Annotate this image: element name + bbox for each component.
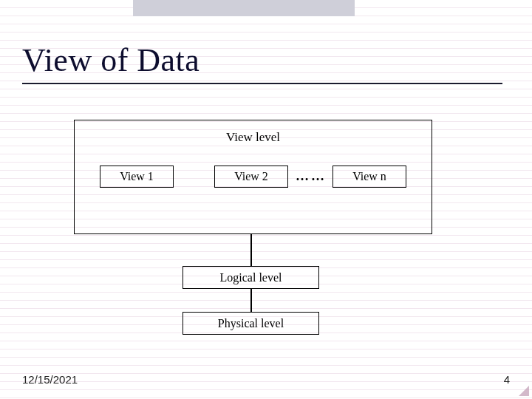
connector-view-to-logical [250,234,252,266]
title-underline [22,83,502,84]
corner-fold-icon [519,386,529,396]
connector-logical-to-physical [250,289,252,312]
footer-date: 12/15/2021 [22,373,78,386]
physical-level-label: Physical level [218,317,284,330]
slide-content: View of Data View level View 1 View 2 ……… [0,0,532,399]
view-n-label: View n [352,170,386,183]
logical-level-label: Logical level [220,271,282,284]
view-1-label: View 1 [120,170,154,183]
physical-level-box: Physical level [183,312,319,335]
view-2-label: View 2 [234,170,268,183]
logical-level-box: Logical level [183,266,319,289]
view-1-box: View 1 [100,166,174,188]
view-level-label: View level [74,130,432,145]
view-n-box: View n [332,166,406,188]
ellipsis-dots: …… [296,168,327,184]
footer-page-number: 4 [504,373,510,386]
view-2-box: View 2 [214,166,288,188]
slide-title: View of Data [22,41,200,79]
